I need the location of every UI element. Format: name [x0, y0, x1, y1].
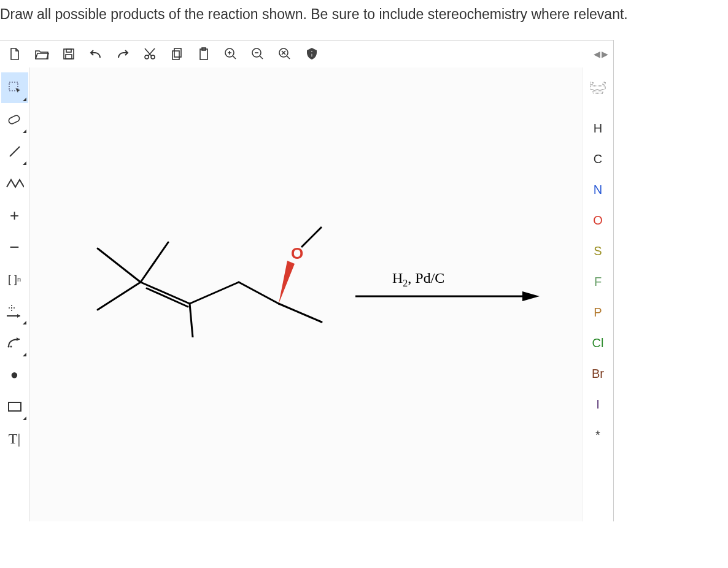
element-h[interactable]: H — [584, 113, 612, 144]
svg-rect-2 — [66, 55, 72, 59]
svg-line-31 — [279, 304, 322, 322]
svg-point-3 — [145, 55, 149, 59]
cut-button[interactable] — [136, 40, 163, 67]
eraser-tool[interactable] — [1, 104, 28, 135]
svg-rect-6 — [172, 51, 179, 59]
chain-tool[interactable] — [1, 168, 28, 199]
chevron-right-icon: ▶ — [602, 49, 608, 59]
panel-nav[interactable]: ◀ ▶ — [594, 49, 612, 59]
zoom-in-button[interactable] — [217, 40, 244, 67]
svg-point-4 — [151, 55, 155, 59]
svg-rect-1 — [66, 49, 71, 52]
text-tool[interactable]: T| — [1, 423, 28, 454]
element-c[interactable]: C — [584, 144, 612, 174]
svg-line-28 — [190, 304, 193, 337]
reaction-arrow — [355, 290, 540, 293]
svg-rect-13 — [311, 53, 312, 57]
svg-rect-40 — [593, 91, 603, 93]
reactant-molecule: O — [67, 202, 325, 337]
element-cl[interactable]: Cl — [584, 328, 612, 358]
drawing-canvas[interactable]: O H2, Pd/C — [29, 67, 583, 521]
element-f[interactable]: F — [584, 266, 612, 297]
svg-rect-15 — [7, 115, 20, 125]
right-toolbar: HCNOSFPClBrI* — [583, 67, 613, 521]
reaction-reagent-label: H2, Pd/C — [392, 270, 444, 289]
bracket-tool[interactable]: [ ]n — [1, 264, 28, 294]
shape-tool[interactable] — [1, 391, 28, 422]
info-button[interactable] — [298, 40, 325, 67]
periodic-table-button[interactable] — [584, 72, 612, 103]
svg-line-23 — [98, 248, 141, 282]
svg-line-24 — [98, 282, 141, 310]
undo-button[interactable] — [82, 40, 109, 67]
element-s[interactable]: S — [584, 236, 612, 266]
new-button[interactable] — [1, 40, 28, 67]
single-bond-tool[interactable] — [1, 136, 28, 167]
svg-line-30 — [239, 282, 279, 304]
paste-button[interactable] — [190, 40, 217, 67]
redo-button[interactable] — [109, 40, 136, 67]
svg-rect-37 — [591, 82, 593, 85]
copy-button[interactable] — [163, 40, 190, 67]
svg-rect-22 — [9, 402, 21, 411]
structure-editor: ◀ ▶ + − [ ]n — [0, 40, 614, 521]
top-toolbar: ◀ ▶ — [0, 40, 613, 67]
charge-plus-tool[interactable]: + — [1, 200, 28, 231]
element-n[interactable]: N — [584, 174, 612, 205]
arrow-tool[interactable] — [1, 328, 28, 358]
svg-point-12 — [311, 51, 313, 53]
svg-line-26 — [141, 282, 190, 304]
element-o[interactable]: O — [584, 205, 612, 236]
left-toolbar: + − [ ]n ● T — [0, 67, 29, 521]
question-text: Draw all possible products of the reacti… — [0, 0, 728, 40]
svg-rect-5 — [174, 48, 181, 57]
svg-line-16 — [10, 147, 20, 156]
svg-point-20 — [7, 346, 9, 348]
radical-tool[interactable]: ● — [1, 359, 28, 390]
svg-rect-39 — [591, 86, 605, 90]
svg-point-21 — [10, 346, 12, 348]
svg-line-34 — [301, 227, 322, 247]
svg-marker-32 — [279, 261, 295, 304]
top-toolbar-left — [1, 40, 325, 67]
element-p[interactable]: P — [584, 297, 612, 328]
zoom-reset-button[interactable] — [271, 40, 298, 67]
zoom-out-button[interactable] — [244, 40, 271, 67]
svg-marker-36 — [522, 291, 540, 301]
svg-line-29 — [190, 282, 239, 304]
element-br[interactable]: Br — [584, 358, 612, 389]
svg-rect-38 — [603, 82, 605, 85]
save-button[interactable] — [55, 40, 82, 67]
charge-minus-tool[interactable]: − — [1, 232, 28, 263]
open-button[interactable] — [28, 40, 55, 67]
element-wildcard[interactable]: * — [584, 420, 612, 450]
svg-line-25 — [141, 242, 168, 282]
element-i[interactable]: I — [584, 389, 612, 420]
chevron-left-icon: ◀ — [594, 49, 600, 59]
reaction-plus-tool[interactable] — [1, 296, 28, 326]
selection-tool[interactable] — [1, 72, 28, 103]
svg-line-27 — [147, 288, 188, 307]
